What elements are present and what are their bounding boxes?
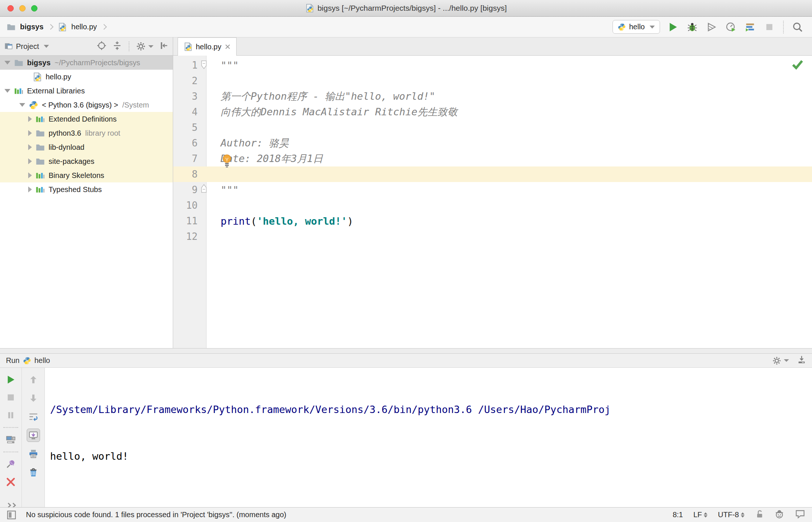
up-down-arrows-icon bbox=[741, 512, 745, 518]
tree-item-lib-dynload[interactable]: lib-dynload bbox=[0, 140, 173, 154]
zoom-window-button[interactable] bbox=[31, 5, 37, 11]
run-panel-config-label[interactable]: hello bbox=[34, 356, 50, 365]
breadcrumb-file[interactable]: hello.py bbox=[71, 23, 97, 31]
code-line[interactable]: 1 """ bbox=[173, 57, 812, 73]
print-console-button[interactable] bbox=[27, 447, 40, 460]
clear-console-trash-button[interactable] bbox=[27, 466, 40, 479]
toolbar-separator bbox=[783, 21, 784, 33]
show-run-configurations-button[interactable] bbox=[4, 433, 17, 446]
code-line[interactable]: 6 Author: 骆昊 bbox=[173, 135, 812, 151]
tree-item-binary-skeletons[interactable]: Binary Skeletons bbox=[0, 168, 173, 182]
main-area: Project bbox=[0, 37, 812, 348]
tree-item-extended-definitions[interactable]: Extended Definitions bbox=[0, 112, 173, 126]
breadcrumb-project[interactable]: bigsys bbox=[20, 23, 43, 31]
up-stack-trace-button[interactable] bbox=[27, 373, 40, 386]
read-only-lock-icon[interactable] bbox=[755, 509, 764, 520]
fold-region-start-icon[interactable] bbox=[201, 60, 207, 70]
run-button[interactable] bbox=[667, 21, 679, 33]
down-stack-trace-button[interactable] bbox=[27, 392, 40, 405]
coverage-button[interactable] bbox=[705, 21, 718, 33]
code-line[interactable]: 5 bbox=[173, 120, 812, 135]
chevron-collapsed-icon[interactable] bbox=[28, 130, 32, 136]
caret-position-widget[interactable]: 8:1 bbox=[673, 511, 683, 519]
run-console-output[interactable]: /System/Library/Frameworks/Python.framew… bbox=[45, 368, 812, 507]
chevron-collapsed-icon[interactable] bbox=[28, 172, 32, 178]
editor-area: hello.py 1 """ 2 bbox=[173, 37, 812, 348]
chevron-right-icon bbox=[48, 24, 54, 30]
concurrency-diagram-button[interactable] bbox=[744, 21, 756, 33]
locate-file-button[interactable] bbox=[97, 41, 106, 52]
code-line[interactable]: 8 bbox=[173, 166, 812, 182]
pause-output-button[interactable] bbox=[4, 409, 17, 422]
code-line[interactable]: 12 bbox=[173, 229, 812, 244]
chevron-expanded-icon[interactable] bbox=[4, 89, 10, 93]
keyword-print: print bbox=[221, 215, 251, 227]
code-line[interactable]: 2 bbox=[173, 73, 812, 89]
tree-item-typeshed-stubs[interactable]: Typeshed Stubs bbox=[0, 182, 173, 196]
chevron-collapsed-icon[interactable] bbox=[28, 186, 32, 192]
chevron-expanded-icon[interactable] bbox=[19, 103, 25, 107]
python-file-icon bbox=[184, 42, 192, 51]
console-toolbar bbox=[22, 368, 45, 507]
run-panel-settings-button[interactable] bbox=[772, 356, 789, 365]
tree-item-python-interpreter[interactable]: < Python 3.6 (bigsys) > /System bbox=[0, 98, 173, 112]
code-line[interactable]: 10 bbox=[173, 198, 812, 213]
tab-hello-py[interactable]: hello.py bbox=[178, 37, 237, 56]
tree-item-bigsys[interactable]: bigsys ~/PycharmProjects/bigsys bbox=[0, 56, 173, 70]
console-stdout-line: hello, world! bbox=[50, 449, 812, 464]
dock-pinned-mode-button[interactable] bbox=[797, 355, 806, 366]
run-panel-title[interactable]: Run bbox=[6, 356, 20, 365]
hide-panel-button[interactable] bbox=[159, 41, 168, 52]
run-panel-body: /System/Library/Frameworks/Python.framew… bbox=[0, 368, 812, 507]
chevron-collapsed-icon[interactable] bbox=[28, 116, 32, 122]
run-configuration-select[interactable]: hello bbox=[613, 20, 660, 34]
toolbar-separator bbox=[3, 452, 18, 452]
code-line[interactable]: 3 第一个Python程序 - 输出"hello, world!" bbox=[173, 89, 812, 104]
code-editor[interactable]: 1 """ 2 3 第一个Python程序 - 输出"hello, world!… bbox=[173, 56, 812, 348]
line-separator-widget[interactable]: LF bbox=[693, 511, 707, 519]
library-icon bbox=[36, 115, 45, 124]
project-panel-title[interactable]: Project bbox=[16, 42, 39, 51]
search-everywhere-button[interactable] bbox=[791, 21, 804, 33]
editor-tab-bar: hello.py bbox=[173, 37, 812, 56]
stop-process-button[interactable] bbox=[4, 391, 17, 404]
stop-button[interactable] bbox=[763, 21, 776, 33]
tree-item-external-libraries[interactable]: External Libraries bbox=[0, 84, 173, 98]
tree-item-python3-6[interactable]: python3.6 library root bbox=[0, 126, 173, 140]
close-window-button[interactable] bbox=[7, 5, 14, 11]
inspection-ok-checkmark-icon[interactable] bbox=[792, 59, 803, 70]
run-configuration-label: hello bbox=[629, 23, 645, 31]
fold-region-end-icon[interactable] bbox=[201, 184, 207, 193]
chevron-right-icon bbox=[101, 24, 107, 30]
chevron-expanded-icon[interactable] bbox=[4, 61, 10, 65]
more-actions-button[interactable] bbox=[7, 503, 15, 507]
close-run-panel-button[interactable] bbox=[4, 475, 17, 489]
collapse-all-button[interactable] bbox=[112, 41, 122, 52]
pin-tab-button[interactable] bbox=[4, 457, 17, 471]
scroll-to-end-button[interactable] bbox=[27, 429, 40, 442]
run-controls-toolbar bbox=[0, 368, 22, 507]
chevron-down-icon[interactable] bbox=[44, 45, 49, 48]
tool-window-toggle-icon[interactable] bbox=[7, 510, 16, 520]
code-line[interactable]: 4 向伟大的Dennis MacAlistair Ritchie先生致敬 bbox=[173, 104, 812, 120]
code-line-print[interactable]: 11 print('hello, world!') bbox=[173, 213, 812, 229]
debug-button[interactable] bbox=[686, 21, 699, 33]
tree-item-hello-py[interactable]: hello.py bbox=[0, 70, 173, 84]
rerun-button[interactable] bbox=[4, 373, 17, 386]
code-line[interactable]: 7 Date: 2018年3月1日 bbox=[173, 151, 812, 166]
inspection-profile-hector-icon[interactable] bbox=[774, 509, 785, 521]
encoding-widget[interactable]: UTF-8 bbox=[718, 511, 745, 519]
tree-item-site-packages[interactable]: site-packages bbox=[0, 154, 173, 168]
code-line[interactable]: 9 """ bbox=[173, 182, 812, 198]
close-tab-icon[interactable] bbox=[225, 44, 231, 50]
chevron-collapsed-icon[interactable] bbox=[28, 144, 32, 150]
chevron-collapsed-icon[interactable] bbox=[28, 158, 32, 164]
profiler-button[interactable] bbox=[724, 21, 737, 33]
horizontal-splitter[interactable] bbox=[0, 348, 812, 354]
lightbulb-intention-icon[interactable] bbox=[222, 154, 232, 168]
minimize-window-button[interactable] bbox=[19, 5, 26, 11]
console-command-line: /System/Library/Frameworks/Python.framew… bbox=[50, 402, 812, 417]
soft-wrap-button[interactable] bbox=[27, 410, 40, 423]
feedback-bubble-icon[interactable] bbox=[795, 509, 805, 521]
gear-settings-button[interactable] bbox=[136, 42, 154, 51]
